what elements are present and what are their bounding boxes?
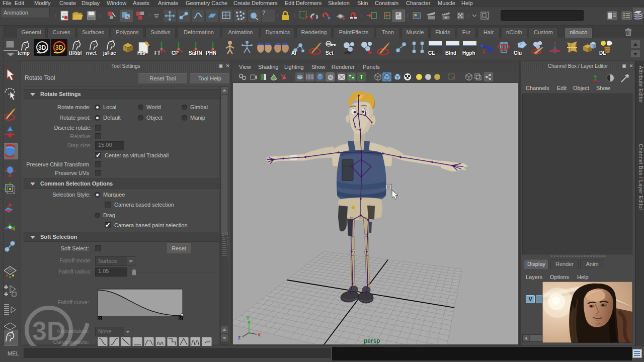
svg-text:persp: persp xyxy=(364,337,380,344)
svg-text:x: x xyxy=(258,331,261,337)
svg-text:3D: 3D xyxy=(32,316,65,345)
svg-text:3D: 3D xyxy=(38,44,46,51)
svg-text:T: T xyxy=(360,74,363,80)
svg-text:y: y xyxy=(247,314,250,320)
svg-text:3D: 3D xyxy=(55,44,63,51)
svg-text:z: z xyxy=(238,334,241,340)
